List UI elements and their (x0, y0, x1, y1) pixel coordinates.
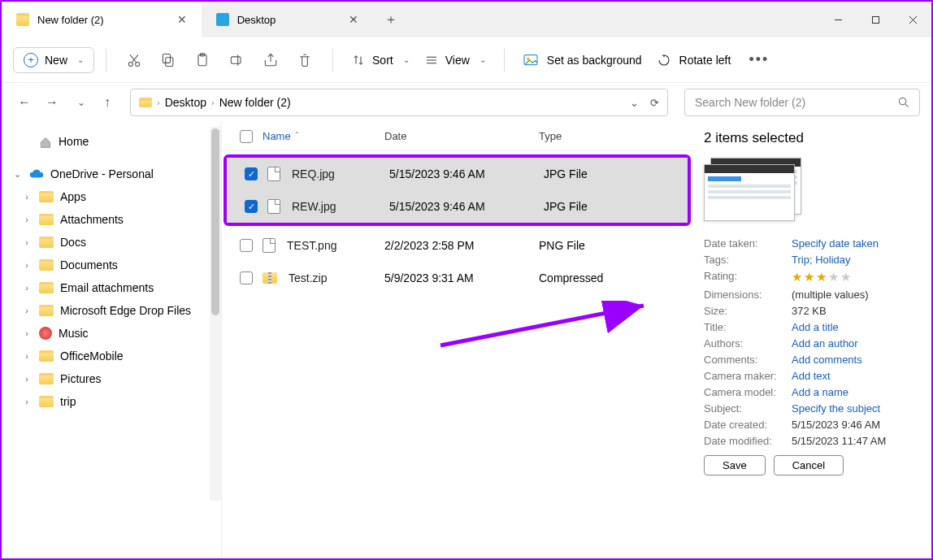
up-button[interactable]: ↑ (96, 91, 119, 114)
chevron-right-icon[interactable]: › (21, 397, 33, 406)
file-row[interactable]: Test.zip5/9/2023 9:31 AMCompressed (222, 262, 696, 294)
file-row[interactable]: REW.jpg5/15/2023 9:46 AMJPG File (227, 190, 688, 223)
recent-button[interactable]: ⌄ (68, 91, 91, 114)
rotate-icon (657, 53, 671, 67)
file-date: 2/2/2023 2:58 PM (384, 239, 539, 252)
address-bar[interactable]: › Desktop › New folder (2) ⌄ ⟳ (130, 89, 668, 116)
add-tab-button[interactable]: ＋ (373, 2, 409, 37)
rotate-left-button[interactable]: Rotate left (650, 53, 738, 67)
sidebar-item[interactable]: ›Attachments (7, 208, 216, 231)
cut-button[interactable] (118, 44, 150, 76)
details-row: Size:372 KB (704, 305, 918, 317)
details-value[interactable]: Add a name (792, 386, 848, 398)
sidebar-item[interactable]: ›Pictures (7, 367, 216, 390)
sidebar-item[interactable]: ›Docs (7, 231, 216, 254)
chevron-right-icon[interactable]: › (21, 306, 33, 315)
set-background-button[interactable]: Set as background (516, 54, 649, 67)
paste-button[interactable] (186, 44, 219, 76)
sidebar-item[interactable]: ›Email attachments (7, 276, 216, 299)
nav-onedrive[interactable]: ⌄ OneDrive - Personal (7, 163, 216, 185)
column-date[interactable]: Date (384, 130, 539, 142)
sidebar-item[interactable]: ›Documents (7, 254, 216, 276)
chevron-right-icon[interactable]: › (21, 283, 33, 293)
details-value[interactable]: Specify the subject (792, 402, 880, 415)
sort-button[interactable]: Sort ⌄ (345, 53, 416, 67)
plus-icon: + (24, 53, 38, 67)
tab-desktop[interactable]: Desktop ✕ (202, 2, 374, 37)
rating-stars[interactable]: ★★★★★ (792, 270, 853, 284)
chevron-right-icon[interactable]: › (21, 237, 33, 247)
more-button[interactable]: ••• (742, 51, 775, 68)
maximize-button[interactable] (857, 2, 894, 37)
view-button[interactable]: View ⌄ (418, 53, 493, 67)
chevron-right-icon[interactable]: › (21, 260, 33, 270)
close-button[interactable] (894, 2, 931, 37)
sidebar-item[interactable]: ›Microsoft Edge Drop Files (7, 299, 216, 322)
save-button[interactable]: Save (704, 455, 766, 475)
sidebar-item[interactable]: ›OfficeMobile (7, 345, 216, 367)
chevron-right-icon[interactable]: › (21, 374, 33, 384)
details-pane: 2 items selected Date taken:Specify date… (696, 122, 931, 558)
search-icon (898, 97, 909, 108)
details-value[interactable]: Trip; Holiday (792, 254, 850, 266)
nav-home[interactable]: Home (7, 130, 216, 153)
file-name: TEST.png (287, 239, 336, 252)
preview-thumbnails (704, 158, 801, 221)
sidebar-item[interactable]: ›Music (7, 322, 216, 345)
chevron-right-icon[interactable]: › (21, 192, 33, 202)
breadcrumb-item[interactable]: New folder (2) (219, 96, 291, 109)
forward-button[interactable]: → (41, 91, 63, 114)
details-value[interactable]: Add a title (792, 321, 839, 333)
copy-button[interactable] (152, 44, 184, 76)
details-value[interactable]: Add comments (792, 354, 862, 366)
details-value[interactable]: Add text (792, 370, 831, 382)
minimize-button[interactable] (819, 2, 857, 37)
svg-line-19 (905, 104, 909, 107)
row-checkbox[interactable] (240, 271, 253, 284)
chevron-right-icon[interactable]: › (21, 215, 33, 224)
sidebar-item[interactable]: ›Apps (7, 185, 216, 208)
breadcrumb-item[interactable]: Desktop (165, 96, 206, 109)
refresh-button[interactable]: ⟳ (650, 97, 659, 109)
scrollbar-thumb[interactable] (211, 128, 219, 315)
chevron-down-icon: ⌄ (77, 55, 84, 64)
details-value: 5/15/2023 9:46 AM (792, 419, 880, 431)
share-button[interactable] (254, 44, 287, 76)
cancel-button[interactable]: Cancel (774, 455, 844, 475)
back-button[interactable]: ← (13, 91, 36, 114)
select-all-checkbox[interactable] (240, 130, 253, 143)
chevron-down-icon[interactable]: ⌄ (11, 169, 23, 180)
file-row[interactable]: REQ.jpg5/15/2023 9:46 AMJPG File (227, 158, 688, 190)
row-checkbox[interactable] (245, 200, 258, 213)
chevron-down-icon: ⌄ (480, 55, 486, 64)
toolbar: + New ⌄ Sort ⌄ View ⌄ Set as background … (2, 37, 931, 83)
details-row: Subject:Specify the subject (704, 402, 918, 415)
nav-label: Apps (60, 190, 86, 203)
sidebar-item[interactable]: ›trip (7, 390, 216, 413)
close-icon[interactable]: ✕ (177, 13, 187, 26)
search-input[interactable]: Search New folder (2) (684, 89, 920, 116)
nav-label: OneDrive - Personal (50, 167, 154, 180)
desktop-icon (216, 13, 229, 26)
chevron-right-icon[interactable]: › (21, 351, 33, 361)
close-icon[interactable]: ✕ (349, 13, 358, 26)
column-type[interactable]: Type (539, 130, 696, 142)
details-row: Date modified:5/15/2023 11:47 AM (704, 435, 918, 447)
chevron-right-icon[interactable]: › (21, 328, 33, 338)
new-button[interactable]: + New ⌄ (13, 47, 94, 73)
tab-current-folder[interactable]: New folder (2) ✕ (2, 2, 202, 37)
row-checkbox[interactable] (240, 239, 253, 252)
row-checkbox[interactable] (245, 167, 258, 180)
svg-point-17 (527, 57, 529, 59)
annotation-highlight: REQ.jpg5/15/2023 9:46 AMJPG File REW.jpg… (223, 154, 691, 226)
details-value[interactable]: Specify date taken (792, 237, 879, 250)
delete-button[interactable] (289, 44, 321, 76)
file-row[interactable]: TEST.png2/2/2023 2:58 PMPNG File (222, 229, 696, 262)
rename-button[interactable] (220, 44, 253, 76)
scrollbar[interactable] (210, 127, 221, 501)
nav-label: trip (60, 395, 76, 408)
chevron-down-icon[interactable]: ⌄ (630, 97, 639, 109)
file-type: Compressed (539, 271, 696, 284)
details-value[interactable]: Add an author (792, 337, 858, 349)
column-name[interactable]: Nameˆ (263, 130, 384, 142)
